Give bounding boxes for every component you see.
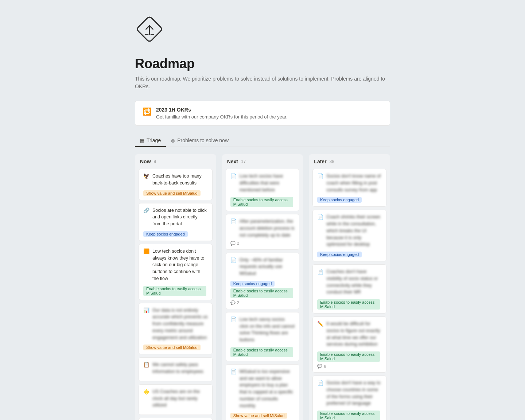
board-columns: Now9🦅Coaches have too many back-to-back … — [135, 154, 390, 420]
card-title-now-1: Socios are not able to click and open li… — [152, 207, 208, 228]
card-header-later-4: 📄Socios don't have a way to choose count… — [317, 380, 382, 407]
card-header-next-4: 📄MiSalud is too expensive and we want to… — [230, 368, 295, 409]
column-later: Later38📄Socios don't know name of coach … — [309, 154, 390, 420]
logo-icon — [135, 15, 164, 44]
card-tags-now-1: Keep socios engaged — [143, 230, 208, 237]
page-description: This is our roadmap. We prioritize probl… — [135, 75, 390, 90]
card-icon-now-2: 🟧 — [143, 248, 149, 254]
tag-next-2: Enable socios to easily access MiSalud — [230, 288, 293, 298]
card-tags-later-3: Enable socios to easily access MiSalud — [317, 350, 382, 362]
card-tags-next-2: Keep socios engagedEnable socios to easi… — [230, 279, 295, 298]
card-icon-later-3: ✏️ — [317, 321, 323, 327]
tag-later-0: Keep socios engaged — [317, 197, 362, 203]
logo-area — [135, 15, 390, 45]
column-next: Next17📄Low tech socios have difficulties… — [222, 154, 303, 420]
card-next-2[interactable]: 📄Only ~40% of familiar requests actually… — [226, 253, 300, 309]
card-header-now-3: 📊Our data is not entirely accurate which… — [143, 307, 208, 341]
tag-next-3: Enable socios to easily access MiSalud — [230, 347, 293, 357]
column-now: Now9🦅Coaches have too many back-to-back … — [135, 154, 216, 420]
card-title-next-4: MiSalud is too expensive and we want to … — [240, 368, 295, 409]
tag-next-0: Enable socios to easily access MiSalud — [230, 197, 293, 207]
card-header-next-2: 📄Only ~40% of familiar requests actually… — [230, 257, 295, 277]
card-now-5[interactable]: 🌟US Coaches are on the clock all day but… — [139, 384, 213, 415]
card-icon-now-1: 🔗 — [143, 207, 149, 213]
card-title-now-2: Low tech socios don't always know they h… — [152, 248, 208, 282]
card-icon-now-4: 📋 — [143, 362, 149, 368]
card-title-now-5: US Coaches are on the clock all day but … — [152, 388, 208, 409]
card-next-1[interactable]: 📄After parameterization, the account del… — [226, 214, 300, 249]
card-icon-later-0: 📄 — [317, 173, 323, 179]
page-container: Roadmap This is our roadmap. We prioriti… — [113, 0, 412, 420]
comment-count: 2 — [237, 241, 239, 245]
card-next-3[interactable]: 📄Low tech savvy socios click on the info… — [226, 312, 300, 361]
okr-icon: 🔁 — [143, 107, 152, 116]
card-later-2[interactable]: 📄Coaches don't have visibility of socio … — [312, 264, 386, 314]
card-now-2[interactable]: 🟧Low tech socios don't always know they … — [139, 244, 213, 300]
okr-description: Get familiar with our company OKRs for t… — [156, 114, 288, 120]
card-icon-next-4: 📄 — [230, 369, 237, 374]
card-now-4[interactable]: 📋We cannot safely pass information to em… — [139, 357, 213, 381]
column-title-now: Now — [140, 159, 151, 164]
card-title-next-0: Low tech socios have difficulties that w… — [240, 173, 295, 193]
tag-now-3: Show value and sell MiSalud — [143, 345, 201, 350]
card-icon-now-3: 📊 — [143, 307, 149, 313]
card-title-later-3: It would be difficult for socios to figu… — [326, 320, 382, 348]
tabs-bar: ▦ Triage ◎ Problems to solve now — [135, 135, 390, 147]
column-header-later: Later38 — [312, 159, 386, 164]
card-later-4[interactable]: 📄Socios don't have a way to choose count… — [312, 376, 386, 420]
card-icon-next-0: 📄 — [230, 173, 237, 179]
column-count-next: 17 — [241, 159, 246, 164]
tag-later-2: Enable socios to easily access MiSalud — [317, 299, 380, 310]
card-title-later-2: Coaches don't have visibility of socio s… — [326, 268, 382, 296]
card-now-0[interactable]: 🦅Coaches have too many back-to-back cons… — [139, 169, 213, 200]
card-header-now-1: 🔗Socios are not able to click and open l… — [143, 207, 208, 228]
okr-box[interactable]: 🔁 2023 1H OKRs Get familiar with our com… — [135, 101, 390, 126]
card-icon-later-4: 📄 — [317, 380, 323, 386]
card-title-now-3: Our data is not entirely accurate which … — [152, 307, 208, 341]
tag-later-4: Enable socios to easily access MiSalud — [317, 411, 380, 420]
card-tags-later-4: Enable socios to easily access MiSalud — [317, 409, 382, 420]
comment-icon: 💬 — [317, 364, 322, 369]
column-count-now: 9 — [154, 159, 156, 164]
card-header-now-0: 🦅Coaches have too many back-to-back cons… — [143, 173, 208, 187]
card-tags-now-2: Enable socios to easily access MiSalud — [143, 284, 208, 296]
tag-now-2: Enable socios to easily access MiSalud — [143, 286, 206, 296]
card-next-0[interactable]: 📄Low tech socios have difficulties that … — [226, 169, 300, 211]
triage-tab-label: Triage — [147, 137, 161, 143]
column-title-later: Later — [314, 159, 326, 164]
card-title-next-2: Only ~40% of familiar requests actually … — [240, 257, 295, 277]
triage-tab-icon: ▦ — [140, 138, 144, 143]
column-header-next: Next17 — [226, 159, 300, 164]
card-title-later-0: Socios don't know name of coach when fil… — [326, 173, 382, 193]
comment-count: 2 — [237, 300, 239, 305]
tab-problems[interactable]: ◎ Problems to solve now — [166, 135, 234, 147]
card-icon-next-3: 📄 — [230, 316, 237, 322]
column-count-later: 38 — [330, 159, 334, 164]
card-icon-next-1: 📄 — [230, 218, 237, 224]
card-tags-next-0: Enable socios to easily access MiSalud — [230, 195, 295, 207]
card-header-now-4: 📋We cannot safely pass information to em… — [143, 361, 208, 375]
card-header-later-1: 📄Coach shrinks their screen while in the… — [317, 214, 382, 248]
card-header-later-2: 📄Coaches don't have visibility of socio … — [317, 268, 382, 296]
card-footer-next-1: 💬 2 — [230, 241, 295, 246]
card-icon-later-1: 📄 — [317, 214, 323, 220]
okr-title: 2023 1H OKRs — [156, 107, 288, 113]
card-later-0[interactable]: 📄Socios don't know name of coach when fi… — [312, 169, 386, 207]
card-icon-next-2: 📄 — [230, 257, 237, 263]
card-title-now-4: We cannot safely pass information to emp… — [152, 361, 208, 375]
card-later-3[interactable]: ✏️It would be difficult for socios to fi… — [312, 316, 386, 373]
tag-now-0: Show value and sell MiSalud — [143, 190, 201, 196]
card-icon-now-5: 🌟 — [143, 389, 149, 394]
comment-icon: 💬 — [230, 241, 236, 246]
card-title-later-4: Socios don't have a way to choose countr… — [326, 380, 382, 407]
card-header-now-5: 🌟US Coaches are on the clock all day but… — [143, 388, 208, 409]
card-now-1[interactable]: 🔗Socios are not able to click and open l… — [139, 203, 213, 241]
card-now-6[interactable]: 🛡️We are not HIPAA compliant — [139, 418, 213, 420]
card-title-next-1: After parameterization, the account dele… — [240, 218, 295, 238]
card-later-1[interactable]: 📄Coach shrinks their screen while in the… — [312, 210, 386, 261]
card-now-3[interactable]: 📊Our data is not entirely accurate which… — [139, 303, 213, 355]
tab-triage[interactable]: ▦ Triage — [135, 135, 166, 147]
page-title: Roadmap — [135, 56, 390, 71]
card-header-later-0: 📄Socios don't know name of coach when fi… — [317, 173, 382, 193]
card-next-4[interactable]: 📄MiSalud is too expensive and we want to… — [226, 364, 300, 420]
